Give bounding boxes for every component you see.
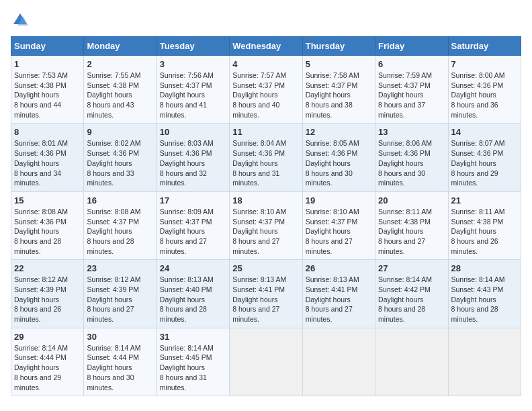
day-number: 30 bbox=[87, 332, 153, 342]
day-info: Sunrise: 8:08 AM Sunset: 4:36 PM Dayligh… bbox=[14, 207, 81, 256]
day-info: Sunrise: 8:14 AM Sunset: 4:43 PM Dayligh… bbox=[451, 275, 518, 324]
day-number: 26 bbox=[306, 263, 372, 273]
calendar-cell: 4 Sunrise: 7:57 AM Sunset: 4:37 PM Dayli… bbox=[230, 56, 302, 124]
day-number: 20 bbox=[378, 195, 445, 205]
day-number: 8 bbox=[14, 127, 81, 137]
weekday-header: Thursday bbox=[302, 37, 375, 56]
day-info: Sunrise: 8:06 AM Sunset: 4:36 PM Dayligh… bbox=[378, 138, 445, 187]
day-number: 5 bbox=[306, 59, 372, 69]
day-number: 2 bbox=[87, 59, 153, 69]
day-number: 19 bbox=[306, 195, 372, 205]
day-info: Sunrise: 8:11 AM Sunset: 4:38 PM Dayligh… bbox=[378, 207, 445, 256]
day-info: Sunrise: 8:05 AM Sunset: 4:36 PM Dayligh… bbox=[306, 138, 372, 187]
calendar-cell: 1 Sunrise: 7:53 AM Sunset: 4:38 PM Dayli… bbox=[11, 56, 84, 124]
calendar-cell: 26 Sunrise: 8:13 AM Sunset: 4:41 PM Dayl… bbox=[302, 260, 375, 328]
calendar-cell: 28 Sunrise: 8:14 AM Sunset: 4:43 PM Dayl… bbox=[448, 260, 521, 328]
weekday-header: Sunday bbox=[11, 37, 84, 56]
weekday-row: SundayMondayTuesdayWednesdayThursdayFrid… bbox=[11, 37, 521, 56]
day-info: Sunrise: 8:09 AM Sunset: 4:37 PM Dayligh… bbox=[160, 207, 226, 256]
calendar-cell: 9 Sunrise: 8:02 AM Sunset: 4:36 PM Dayli… bbox=[84, 124, 157, 191]
calendar-cell: 8 Sunrise: 8:01 AM Sunset: 4:36 PM Dayli… bbox=[11, 124, 84, 191]
calendar-cell bbox=[230, 328, 302, 396]
day-number: 18 bbox=[232, 195, 299, 205]
day-number: 24 bbox=[160, 263, 226, 273]
day-info: Sunrise: 7:55 AM Sunset: 4:38 PM Dayligh… bbox=[87, 71, 153, 120]
day-number: 13 bbox=[378, 127, 445, 137]
day-info: Sunrise: 8:13 AM Sunset: 4:41 PM Dayligh… bbox=[232, 275, 299, 324]
day-number: 17 bbox=[160, 195, 226, 205]
day-number: 11 bbox=[232, 127, 299, 137]
day-info: Sunrise: 8:07 AM Sunset: 4:36 PM Dayligh… bbox=[451, 138, 518, 187]
calendar-table: SundayMondayTuesdayWednesdayThursdayFrid… bbox=[11, 36, 521, 396]
calendar-cell: 27 Sunrise: 8:14 AM Sunset: 4:42 PM Dayl… bbox=[375, 260, 448, 328]
calendar-cell: 2 Sunrise: 7:55 AM Sunset: 4:38 PM Dayli… bbox=[84, 56, 157, 124]
calendar-cell: 31 Sunrise: 8:14 AM Sunset: 4:45 PM Dayl… bbox=[157, 328, 229, 396]
day-info: Sunrise: 8:11 AM Sunset: 4:38 PM Dayligh… bbox=[451, 207, 518, 256]
day-number: 15 bbox=[14, 195, 81, 205]
day-number: 29 bbox=[14, 332, 81, 342]
day-number: 27 bbox=[378, 263, 445, 273]
calendar-cell: 24 Sunrise: 8:13 AM Sunset: 4:40 PM Dayl… bbox=[157, 260, 229, 328]
calendar-cell: 22 Sunrise: 8:12 AM Sunset: 4:39 PM Dayl… bbox=[11, 260, 84, 328]
calendar-cell: 11 Sunrise: 8:04 AM Sunset: 4:36 PM Dayl… bbox=[230, 124, 302, 191]
day-info: Sunrise: 8:14 AM Sunset: 4:42 PM Dayligh… bbox=[378, 275, 445, 324]
day-number: 22 bbox=[14, 263, 81, 273]
calendar-week: 1 Sunrise: 7:53 AM Sunset: 4:38 PM Dayli… bbox=[11, 56, 521, 124]
day-info: Sunrise: 8:04 AM Sunset: 4:36 PM Dayligh… bbox=[232, 138, 299, 187]
calendar-cell: 15 Sunrise: 8:08 AM Sunset: 4:36 PM Dayl… bbox=[11, 191, 84, 259]
day-info: Sunrise: 8:03 AM Sunset: 4:36 PM Dayligh… bbox=[160, 138, 226, 187]
calendar-cell: 20 Sunrise: 8:11 AM Sunset: 4:38 PM Dayl… bbox=[375, 191, 448, 259]
calendar-cell: 12 Sunrise: 8:05 AM Sunset: 4:36 PM Dayl… bbox=[302, 124, 375, 191]
calendar-cell: 5 Sunrise: 7:58 AM Sunset: 4:37 PM Dayli… bbox=[302, 56, 375, 124]
day-number: 12 bbox=[306, 127, 372, 137]
day-number: 21 bbox=[451, 195, 518, 205]
day-number: 9 bbox=[87, 127, 153, 137]
weekday-header: Friday bbox=[375, 37, 448, 56]
calendar-cell bbox=[302, 328, 375, 396]
calendar-week: 29 Sunrise: 8:14 AM Sunset: 4:44 PM Dayl… bbox=[11, 328, 521, 396]
weekday-header: Saturday bbox=[448, 37, 521, 56]
day-info: Sunrise: 8:13 AM Sunset: 4:40 PM Dayligh… bbox=[160, 275, 226, 324]
day-info: Sunrise: 7:53 AM Sunset: 4:38 PM Dayligh… bbox=[14, 71, 81, 120]
day-info: Sunrise: 8:13 AM Sunset: 4:41 PM Dayligh… bbox=[306, 275, 372, 324]
day-number: 16 bbox=[87, 195, 153, 205]
day-number: 14 bbox=[451, 127, 518, 137]
calendar-cell: 30 Sunrise: 8:14 AM Sunset: 4:44 PM Dayl… bbox=[84, 328, 157, 396]
calendar-cell: 3 Sunrise: 7:56 AM Sunset: 4:37 PM Dayli… bbox=[157, 56, 229, 124]
day-info: Sunrise: 7:59 AM Sunset: 4:37 PM Dayligh… bbox=[378, 71, 445, 120]
calendar-cell: 6 Sunrise: 7:59 AM Sunset: 4:37 PM Dayli… bbox=[375, 56, 448, 124]
day-info: Sunrise: 8:02 AM Sunset: 4:36 PM Dayligh… bbox=[87, 138, 153, 187]
calendar-cell: 14 Sunrise: 8:07 AM Sunset: 4:36 PM Dayl… bbox=[448, 124, 521, 191]
day-number: 1 bbox=[14, 59, 81, 69]
day-number: 3 bbox=[160, 59, 226, 69]
calendar-cell: 29 Sunrise: 8:14 AM Sunset: 4:44 PM Dayl… bbox=[11, 328, 84, 396]
calendar-header: SundayMondayTuesdayWednesdayThursdayFrid… bbox=[11, 37, 521, 56]
day-info: Sunrise: 7:58 AM Sunset: 4:37 PM Dayligh… bbox=[306, 71, 372, 120]
day-number: 25 bbox=[232, 263, 299, 273]
day-number: 10 bbox=[160, 127, 226, 137]
day-info: Sunrise: 8:14 AM Sunset: 4:45 PM Dayligh… bbox=[160, 343, 226, 392]
day-info: Sunrise: 8:14 AM Sunset: 4:44 PM Dayligh… bbox=[87, 343, 153, 392]
day-info: Sunrise: 8:00 AM Sunset: 4:36 PM Dayligh… bbox=[451, 71, 518, 120]
day-info: Sunrise: 8:12 AM Sunset: 4:39 PM Dayligh… bbox=[87, 275, 153, 324]
day-info: Sunrise: 8:10 AM Sunset: 4:37 PM Dayligh… bbox=[232, 207, 299, 256]
day-info: Sunrise: 8:10 AM Sunset: 4:37 PM Dayligh… bbox=[306, 207, 372, 256]
calendar-cell: 17 Sunrise: 8:09 AM Sunset: 4:37 PM Dayl… bbox=[157, 191, 229, 259]
calendar-cell bbox=[375, 328, 448, 396]
day-number: 7 bbox=[451, 59, 518, 69]
day-number: 6 bbox=[378, 59, 445, 69]
calendar-cell: 25 Sunrise: 8:13 AM Sunset: 4:41 PM Dayl… bbox=[230, 260, 302, 328]
calendar-cell bbox=[448, 328, 521, 396]
day-number: 4 bbox=[232, 59, 299, 69]
weekday-header: Tuesday bbox=[157, 37, 229, 56]
day-info: Sunrise: 8:08 AM Sunset: 4:37 PM Dayligh… bbox=[87, 207, 153, 256]
page-header bbox=[11, 11, 521, 30]
weekday-header: Wednesday bbox=[230, 37, 302, 56]
calendar-cell: 7 Sunrise: 8:00 AM Sunset: 4:36 PM Dayli… bbox=[448, 56, 521, 124]
calendar-cell: 19 Sunrise: 8:10 AM Sunset: 4:37 PM Dayl… bbox=[302, 191, 375, 259]
day-info: Sunrise: 8:14 AM Sunset: 4:44 PM Dayligh… bbox=[14, 343, 81, 392]
day-info: Sunrise: 7:56 AM Sunset: 4:37 PM Dayligh… bbox=[160, 71, 226, 120]
calendar-cell: 21 Sunrise: 8:11 AM Sunset: 4:38 PM Dayl… bbox=[448, 191, 521, 259]
calendar-cell: 23 Sunrise: 8:12 AM Sunset: 4:39 PM Dayl… bbox=[84, 260, 157, 328]
day-number: 28 bbox=[451, 263, 518, 273]
